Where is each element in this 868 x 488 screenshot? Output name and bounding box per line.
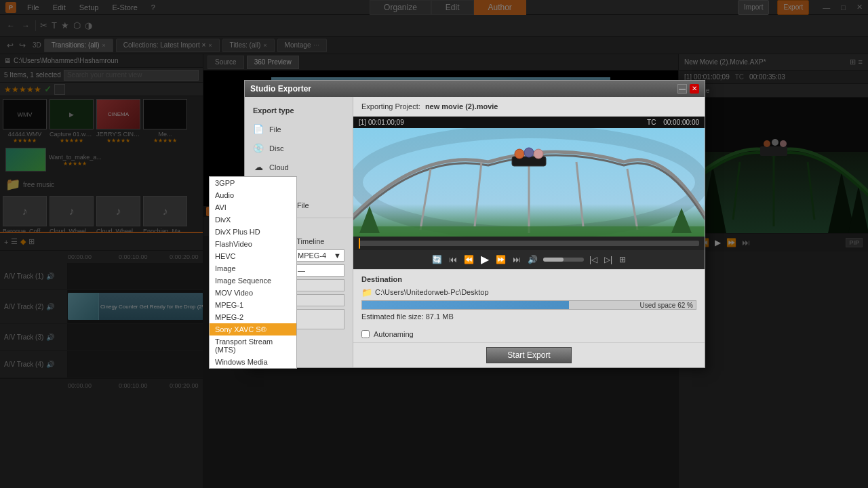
dropdown-item-wmedia[interactable]: Windows Media xyxy=(210,356,296,368)
autonaming-checkbox[interactable] xyxy=(361,330,370,338)
preset-dropdown[interactable]: — xyxy=(294,264,344,277)
destination-title: Destination xyxy=(361,275,696,283)
svg-rect-38 xyxy=(353,226,705,237)
exp-play-btn[interactable]: ▶ xyxy=(479,251,490,267)
exp-ffwd-btn[interactable]: ⏭ xyxy=(511,253,522,266)
type-dropdown[interactable]: MPEG-4 ▼ xyxy=(294,249,344,262)
exp-mark-out[interactable]: ▷| xyxy=(603,253,614,266)
dropdown-item-avi[interactable]: AVI xyxy=(210,201,296,214)
disc-icon: 💿 xyxy=(253,143,264,154)
exp-vol-slider[interactable] xyxy=(543,258,584,262)
export-type-file[interactable]: 📄 File xyxy=(245,120,353,139)
exp-step-fwd-btn[interactable]: ⏩ xyxy=(494,253,507,266)
export-controls: 🔄 ⏮ ⏪ ▶ ⏩ ⏭ 🔊 |◁ ▷| ⊞ xyxy=(353,250,705,269)
export-timeline xyxy=(353,237,705,250)
start-export-button[interactable]: Start Export xyxy=(486,347,571,363)
dropdown-item-mts[interactable]: Transport Stream (MTS) xyxy=(210,336,296,356)
dropdown-item-divxhd[interactable]: DivX Plus HD xyxy=(210,226,296,238)
exp-rewind-btn[interactable]: ⏮ xyxy=(448,253,458,266)
dest-size: Estimated file size: 87.1 MB xyxy=(361,312,696,321)
audio-info xyxy=(294,294,344,306)
exp-mark-in[interactable]: |◁ xyxy=(588,253,599,266)
svg-point-35 xyxy=(515,149,524,159)
dropdown-arrow-icon: ▼ xyxy=(334,251,341,260)
export-project-header: Exporting Project: new movie (2).movie xyxy=(353,97,705,117)
dropdown-item-mov[interactable]: MOV Video xyxy=(210,287,296,299)
dropdown-item-image[interactable]: Image xyxy=(210,262,296,274)
dest-usage-fill xyxy=(362,301,569,309)
modal-minimize-btn[interactable]: — xyxy=(677,84,687,94)
destination-path: 📁 C:\Users\Unitedorweb-Pc\Desktop xyxy=(361,287,696,298)
modal-close-btn[interactable]: ✕ xyxy=(690,84,699,94)
exp-step-back-btn[interactable]: ⏪ xyxy=(462,253,475,266)
dropdown-item-hevc[interactable]: HEVC xyxy=(210,250,296,262)
dropdown-item-audio[interactable]: Audio xyxy=(210,189,296,201)
export-type-disc[interactable]: 💿 Disc xyxy=(245,139,353,158)
export-type-title: Export type xyxy=(245,104,353,120)
dropdown-item-flash[interactable]: FlashVideo xyxy=(210,238,296,250)
dropdown-item-xavc[interactable]: Sony XAVC S® xyxy=(210,323,296,336)
dropdown-item-3gpp[interactable]: 3GPP xyxy=(210,177,296,189)
dest-usage-label: Used space 62 % xyxy=(640,301,693,310)
dest-usage-bar: Used space 62 % xyxy=(361,300,696,310)
exp-loop-btn[interactable]: 🔄 xyxy=(431,253,443,266)
modal-title: Studio Exporter xyxy=(250,84,311,94)
svg-point-36 xyxy=(524,148,534,157)
export-main: Exporting Project: new movie (2).movie [… xyxy=(353,97,705,367)
export-footer: Start Export xyxy=(353,342,705,367)
export-type-cloud[interactable]: ☁ Cloud xyxy=(245,158,353,177)
dest-folder-icon: 📁 xyxy=(361,287,372,298)
dropdown-item-mpeg2[interactable]: MPEG-2 xyxy=(210,311,296,323)
exp-fullscreen[interactable]: ⊞ xyxy=(618,253,627,266)
modal-title-bar: Studio Exporter — ✕ xyxy=(245,81,705,97)
dest-path-text: C:\Users\Unitedorweb-Pc\Desktop xyxy=(375,288,489,296)
studio-exporter-modal: Studio Exporter — ✕ Export type 📄 File 💿… xyxy=(244,80,705,368)
exp-vol-btn[interactable]: 🔊 xyxy=(526,253,539,266)
export-timecode: [1] 00:01:00;09 TC 00:00:00:00 xyxy=(353,117,705,128)
svg-point-37 xyxy=(534,149,543,159)
export-preview-image xyxy=(353,128,705,237)
destination-section: Destination 📁 C:\Users\Unitedorweb-Pc\De… xyxy=(353,269,705,326)
autonaming-label: Autonaming xyxy=(374,330,414,338)
description-area[interactable] xyxy=(294,309,344,329)
modal-overlay: Studio Exporter — ✕ Export type 📄 File 💿… xyxy=(0,0,868,488)
video-info xyxy=(294,279,344,291)
dropdown-item-divx[interactable]: DivX xyxy=(210,214,296,226)
file-icon: 📄 xyxy=(253,124,264,135)
type-dropdown-menu: 3GPP Audio AVI DivX DivX Plus HD FlashVi… xyxy=(209,176,297,369)
cloud-icon: ☁ xyxy=(253,162,264,173)
autonaming-row: Autonaming xyxy=(353,326,705,342)
dropdown-item-mpeg1[interactable]: MPEG-1 xyxy=(210,299,296,311)
export-preview xyxy=(353,128,705,237)
dropdown-item-imageseq[interactable]: Image Sequence xyxy=(210,274,296,287)
modal-body: Export type 📄 File 💿 Disc ☁ Cloud 📱 Devi… xyxy=(245,97,705,367)
export-timeline-bar[interactable] xyxy=(359,241,699,246)
